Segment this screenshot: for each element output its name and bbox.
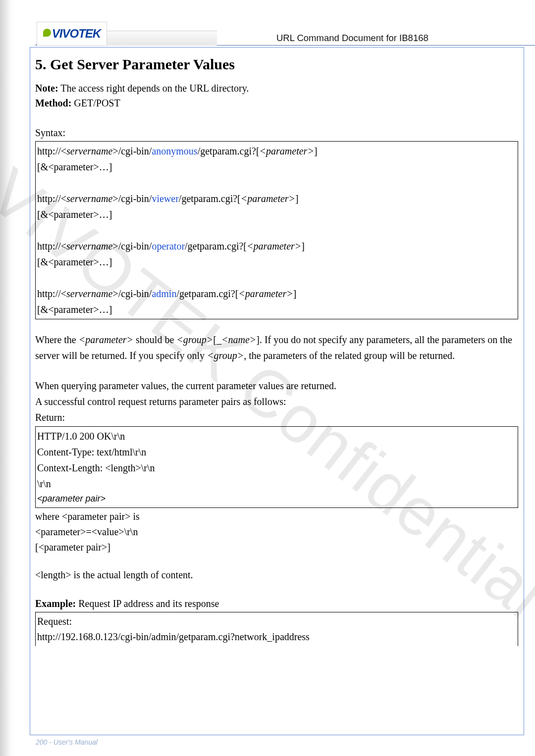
where-pair-block: where <parameter pair> is<parameter>=<va… [35, 509, 518, 555]
note-text: The access right depends on the URL dire… [58, 83, 249, 94]
method-text: GET/POST [71, 98, 120, 108]
syntax-line: http://<servername>/cgi-bin/admin/getpar… [37, 286, 516, 302]
footer: 200 - User's Manual [36, 738, 98, 746]
syntax-line [37, 222, 516, 238]
where-seg: <group> [207, 350, 244, 361]
return-line: \r\n [37, 476, 516, 492]
syntax-line: http://<servername>/cgi-bin/operator/get… [37, 238, 516, 254]
return-line: Context-Length: <length>\r\n [37, 460, 516, 476]
where-seg: <parameter> [79, 334, 133, 345]
syntax-seg: <parameter> [247, 241, 301, 252]
example-box: Request:http://192.168.0.123/cgi-bin/adm… [35, 612, 518, 646]
syntax-seg: servername [66, 146, 112, 156]
return-label: Return: [35, 410, 518, 426]
where-seg: <group> [176, 334, 213, 345]
logo-bug-icon [43, 29, 51, 37]
parameter-pair-line: <parameter pair> [37, 492, 516, 506]
syntax-seg: operator [152, 241, 185, 252]
where-pair-line: <parameter>=<value>\r\n [35, 524, 518, 540]
syntax-seg: <parameter> [260, 146, 314, 156]
page-shadow [0, 0, 15, 756]
query-line-2: A successful control request returns par… [35, 394, 518, 410]
syntax-box: http://<servername>/cgi-bin/anonymous/ge… [35, 141, 518, 319]
example-line: Example: Request IP address and its resp… [35, 597, 518, 611]
syntax-label: Syntax: [35, 126, 518, 141]
query-para: When querying parameter values, the curr… [35, 378, 518, 425]
where-seg: <name> [221, 334, 256, 345]
syntax-line: [&<parameter>…] [37, 206, 516, 222]
syntax-seg: servername [66, 241, 112, 252]
example-line-item: http://192.168.0.123/cgi-bin/admin/getpa… [37, 629, 516, 645]
syntax-line: http://<servername>/cgi-bin/anonymous/ge… [37, 143, 516, 159]
logo: VIVOTEK [37, 22, 107, 46]
syntax-line: [&<parameter>…] [37, 254, 516, 270]
section-title: 5. Get Server Parameter Values [35, 53, 518, 75]
syntax-line: [&<parameter>…] [37, 159, 516, 175]
syntax-seg: <parameter> [238, 288, 293, 299]
syntax-seg: viewer [152, 193, 178, 204]
method-label: Method: [35, 98, 71, 108]
syntax-seg: anonymous [152, 146, 197, 156]
length-line: <length> is the actual length of content… [35, 568, 518, 583]
header-tab-shade [107, 31, 217, 46]
header: VIVOTEK URL Command Document for IB8168 [0, 22, 535, 46]
example-text: Request IP address and its response [76, 598, 219, 609]
doc-title: URL Command Document for IB8168 [276, 33, 428, 44]
example-line-item: Request: [37, 614, 516, 629]
logo-text: VIVOTEK [52, 27, 101, 41]
logo-text-wrap: VIVOTEK [43, 27, 101, 41]
return-box: HTTP/1.0 200 OK\r\nContent-Type: text/ht… [35, 426, 518, 508]
content: 5. Get Server Parameter Values Note: The… [35, 53, 518, 730]
syntax-seg: servername [66, 288, 112, 299]
syntax-line: http://<servername>/cgi-bin/viewer/getpa… [37, 191, 516, 206]
where-pair-line: where <parameter pair> is [35, 509, 518, 524]
syntax-seg: <parameter> [241, 193, 295, 204]
syntax-seg: servername [66, 193, 112, 204]
note-line: Note: The access right depends on the UR… [35, 81, 518, 96]
page: VIVOTEK Confidential VIVOTEK URL Command… [0, 0, 535, 756]
example-label: Example: [35, 598, 76, 609]
syntax-line [37, 270, 516, 286]
syntax-line [37, 175, 516, 191]
method-line: Method: GET/POST [35, 96, 518, 111]
syntax-line: [&<parameter>…] [37, 302, 516, 317]
query-line-1: When querying parameter values, the curr… [35, 378, 518, 394]
syntax-seg: admin [152, 288, 176, 299]
where-paragraph: Where the <parameter> should be <group>[… [35, 332, 518, 363]
note-label: Note: [35, 83, 58, 94]
return-line: HTTP/1.0 200 OK\r\n [37, 428, 516, 444]
header-line: URL Command Document for IB8168 [217, 31, 535, 46]
return-line: Content-Type: text/html\r\n [37, 444, 516, 460]
where-pair-line: [<parameter pair>] [35, 540, 518, 555]
